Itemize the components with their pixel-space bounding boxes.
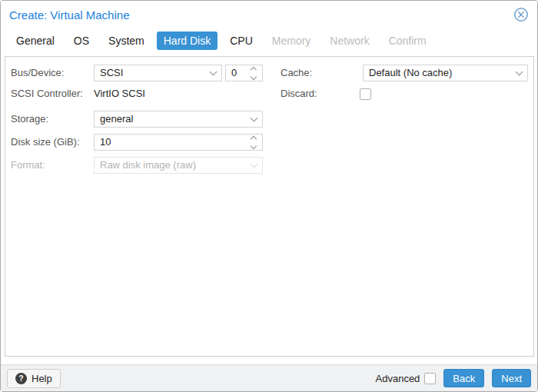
- chevron-down-icon: [245, 158, 262, 173]
- spinner-up-down-icon[interactable]: [245, 65, 262, 81]
- scsi-controller-value: VirtIO SCSI: [94, 88, 145, 100]
- tab-cpu[interactable]: CPU: [223, 32, 260, 50]
- tab-system[interactable]: System: [101, 32, 151, 50]
- storage-combo[interactable]: general: [94, 111, 263, 128]
- spinner-up-down-icon[interactable]: [245, 135, 262, 150]
- chevron-down-icon[interactable]: [245, 111, 262, 127]
- discard-label: Discard:: [281, 88, 317, 100]
- scsi-controller-label: SCSI Controller:: [11, 88, 83, 100]
- back-button[interactable]: Back: [443, 369, 484, 387]
- help-button[interactable]: ? Help: [7, 369, 61, 388]
- help-button-label: Help: [32, 373, 52, 384]
- discard-checkbox[interactable]: [360, 88, 371, 100]
- dialog-title: Create: Virtual Machine: [9, 8, 129, 22]
- disk-size-label: Disk size (GiB):: [11, 134, 80, 151]
- disk-size-value: 10: [95, 135, 245, 150]
- disk-size-stepper[interactable]: 10: [94, 134, 263, 151]
- cache-label: Cache:: [281, 65, 312, 81]
- wizard-tabbar: General OS System Hard Disk CPU Memory N…: [1, 30, 537, 51]
- dialog-titlebar: Create: Virtual Machine: [1, 1, 537, 28]
- bus-device-number-value: 0: [226, 65, 245, 81]
- tab-hard-disk[interactable]: Hard Disk: [157, 32, 218, 50]
- storage-value: general: [95, 111, 245, 127]
- cache-value: Default (No cache): [364, 65, 510, 81]
- dialog-footer-toolbar: ? Help Advanced Back Next: [1, 364, 537, 391]
- chevron-down-icon[interactable]: [204, 65, 221, 81]
- bus-device-number-stepper[interactable]: 0: [225, 65, 263, 81]
- tab-general[interactable]: General: [9, 32, 61, 50]
- tab-memory: Memory: [265, 32, 318, 50]
- bus-device-value: SCSI: [95, 65, 204, 81]
- chevron-down-icon[interactable]: [510, 65, 527, 81]
- advanced-checkbox[interactable]: [424, 373, 436, 384]
- footer-actions: Advanced Back Next: [376, 369, 531, 387]
- format-label: Format:: [11, 157, 45, 174]
- hard-disk-form-panel: Bus/Device: SCSI 0 SCSI Controller: Virt…: [5, 56, 534, 357]
- advanced-label: Advanced: [376, 373, 420, 384]
- create-vm-dialog: Create: Virtual Machine General OS Syste…: [0, 0, 538, 392]
- format-combo: Raw disk image (raw): [94, 157, 263, 174]
- format-value: Raw disk image (raw): [95, 158, 245, 173]
- bus-device-label: Bus/Device:: [11, 65, 64, 81]
- storage-label: Storage:: [11, 111, 48, 128]
- next-button[interactable]: Next: [492, 369, 531, 387]
- bus-device-combo[interactable]: SCSI: [94, 65, 222, 81]
- tab-network: Network: [323, 32, 376, 50]
- question-circle-icon: ?: [15, 373, 27, 384]
- cache-combo[interactable]: Default (No cache): [363, 65, 528, 81]
- tab-os[interactable]: OS: [67, 32, 96, 50]
- tab-confirm: Confirm: [382, 32, 433, 50]
- close-icon[interactable]: [513, 7, 529, 22]
